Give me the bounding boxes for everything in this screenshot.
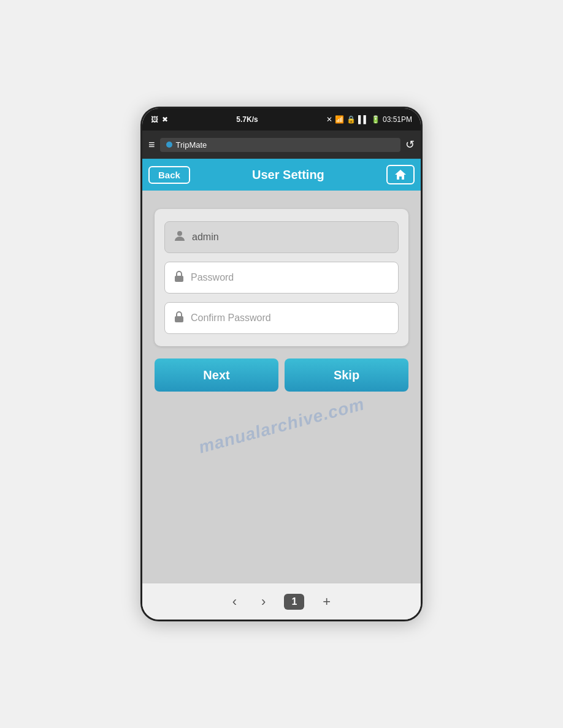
browser-bar: ≡ TripMate ↺ [142,131,421,159]
no-signal-icon: ✖ [162,115,168,124]
nav-add-button[interactable]: + [316,590,337,613]
browser-refresh-icon[interactable]: ↺ [405,138,415,151]
status-bar: 🖼 ✖ 5.7K/s ✕ 📶 🔒 ▌▌ 🔋 03:51PM [142,108,421,131]
password-input[interactable] [191,272,389,283]
password-row[interactable] [164,262,399,294]
confirm-lock-icon [174,311,185,326]
nav-back-button[interactable]: ‹ [226,590,243,613]
signal-x-icon: ✕ [326,115,332,124]
page-title: User Setting [252,168,324,182]
confirm-password-row[interactable] [164,302,399,334]
action-buttons: Next Skip [155,358,408,392]
page-number-badge: 1 [284,594,304,610]
bars-icon: ▌▌ [358,115,369,124]
form-card: admin [155,209,408,346]
nav-forward-button[interactable]: › [255,590,272,613]
phone-frame: 🖼 ✖ 5.7K/s ✕ 📶 🔒 ▌▌ 🔋 03:51PM ≡ TripMate… [140,107,423,621]
username-row: admin [164,221,399,253]
svg-point-4 [178,318,180,320]
photo-icon: 🖼 [151,115,158,124]
home-icon [394,169,407,181]
network-speed: 5.7K/s [236,115,258,124]
browser-menu-icon[interactable]: ≡ [148,138,155,151]
browser-url-bar[interactable]: TripMate [160,138,400,152]
battery-icon: 🔋 [371,115,380,124]
time-display: 03:51PM [383,115,412,124]
svg-point-0 [177,231,182,236]
home-button[interactable] [386,165,415,184]
bottom-nav: ‹ › 1 + [142,583,421,620]
skip-button[interactable]: Skip [285,358,408,392]
lock-icon [174,270,185,286]
status-left-icons: 🖼 ✖ [151,115,168,124]
vpn-icon: 🔒 [347,115,356,124]
url-dot [166,142,172,148]
username-value: admin [192,232,219,243]
watermark: manualarchive.com [196,395,366,458]
header-bar: Back User Setting [142,159,421,191]
user-icon [174,230,186,245]
back-button[interactable]: Back [148,166,190,184]
status-right-icons: ✕ 📶 🔒 ▌▌ 🔋 03:51PM [326,115,412,124]
next-button[interactable]: Next [155,358,278,392]
svg-point-2 [178,278,180,279]
content-area: admin [142,191,421,583]
url-text: TripMate [176,140,207,150]
confirm-password-input[interactable] [191,313,389,324]
wifi-icon: 📶 [335,115,344,124]
